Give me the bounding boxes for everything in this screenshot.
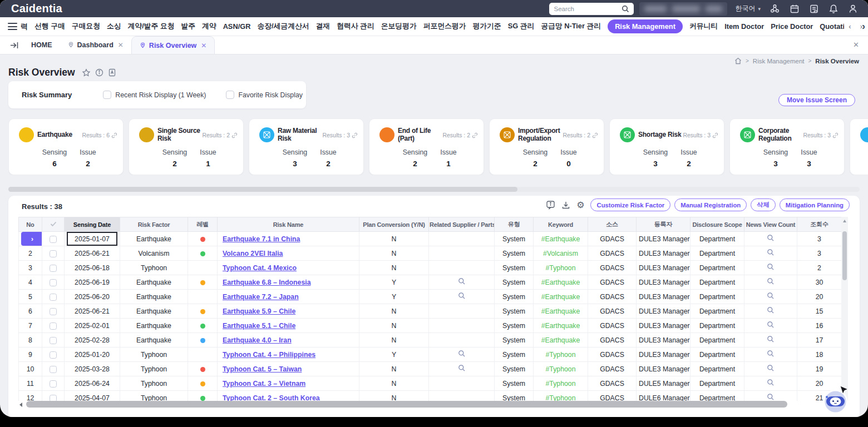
risk-name-link[interactable]: Earthquake 5.1 – Chile: [223, 322, 295, 330]
tab-home[interactable]: HOME: [23, 36, 60, 54]
column-header-checkbox[interactable]: [42, 217, 65, 232]
column-header-Related Supplier / Parts[interactable]: Related Supplier / Parts: [429, 217, 495, 232]
sensing-date-cell[interactable]: 2025-02-01: [65, 319, 120, 333]
org-network-icon[interactable]: [770, 3, 780, 14]
column-header-Risk Name[interactable]: Risk Name: [218, 217, 359, 232]
column-header-등록자[interactable]: 등록자: [637, 217, 691, 232]
column-header-Sensing Date[interactable]: Sensing Date: [65, 217, 120, 232]
link-icon[interactable]: [712, 132, 718, 138]
sensing-date-cell[interactable]: 2025-06-19: [65, 275, 120, 290]
risk-card-raw-material-risk[interactable]: Raw Material RiskResults : 3Sensing3Issu…: [249, 118, 364, 175]
menu-item-온보딩평가[interactable]: 온보딩평가: [381, 22, 417, 31]
manual-icon[interactable]: [108, 68, 116, 77]
table-vscroll-thumb[interactable]: [842, 231, 847, 280]
favorite-risk-checkbox[interactable]: [226, 91, 234, 99]
menu-item-협력사-관리[interactable]: 협력사 관리: [337, 22, 374, 31]
magnifier-icon[interactable]: [458, 277, 466, 285]
magnifier-icon[interactable]: [458, 364, 466, 372]
selected-row-expand-button[interactable]: ›: [21, 232, 42, 246]
menu-item-sg-관리[interactable]: SG 관리: [508, 22, 535, 31]
grid-settings-gear-icon[interactable]: ⚙: [576, 201, 584, 210]
magnifier-icon[interactable]: [767, 393, 775, 401]
risk-name-link[interactable]: Earthquake 7.1 in China: [223, 235, 300, 243]
link-icon[interactable]: [832, 132, 839, 138]
column-header-조회수[interactable]: 조회수: [797, 217, 842, 232]
link-icon[interactable]: [231, 132, 238, 138]
tab-dashboard[interactable]: Dashboard✕: [60, 36, 131, 54]
sensing-date-cell[interactable]: 2025-06-21: [65, 246, 120, 261]
row-checkbox[interactable]: [50, 308, 57, 315]
risk-name-link[interactable]: Earthquake 4.0 – Iran: [223, 336, 292, 344]
menu-item-결재[interactable]: 결재: [316, 22, 331, 31]
sensing-date-cell[interactable]: 2025-04-07: [65, 391, 120, 401]
home-icon[interactable]: [734, 57, 742, 64]
menu-scroll-right-icon[interactable]: ›: [860, 22, 862, 31]
column-header-Keyword[interactable]: Keyword: [534, 217, 588, 232]
row-checkbox[interactable]: [50, 279, 57, 286]
menu-item-소싱[interactable]: 소싱: [107, 22, 121, 31]
table-vertical-scrollbar[interactable]: [841, 217, 848, 401]
menu-item-퍼포먼스평가[interactable]: 퍼포먼스평가: [423, 22, 466, 31]
magnifier-icon[interactable]: [767, 335, 775, 343]
risk-name-link[interactable]: Typhoon Cat. 3 – Vietnam: [223, 380, 305, 388]
magnifier-icon[interactable]: [767, 350, 775, 358]
table-horizontal-scrollbar[interactable]: [18, 401, 848, 408]
sensing-date-cell[interactable]: 2025-01-20: [65, 347, 120, 362]
magnifier-icon[interactable]: [767, 306, 775, 314]
sensing-date-cell[interactable]: 2025-06-20: [65, 290, 120, 304]
risk-name-link[interactable]: Typhoon Cat. 2 – South Korea: [223, 394, 320, 401]
magnifier-icon[interactable]: [767, 364, 775, 372]
column-header-No[interactable]: No: [19, 217, 42, 232]
row-checkbox[interactable]: [50, 395, 57, 401]
hamburger-menu-icon[interactable]: [8, 23, 17, 30]
row-checkbox[interactable]: [50, 265, 57, 272]
menu-item-공급망-n-tier-관리[interactable]: 공급망 N-Tier 관리: [541, 22, 601, 31]
row-checkbox[interactable]: [50, 322, 57, 330]
menu-item-커뮤니티[interactable]: 커뮤니티: [689, 22, 718, 31]
risk-name-link[interactable]: Volcano 2VEI Italia: [223, 250, 283, 257]
risk-name-link[interactable]: Typhoon Cat. 4 Mexico: [223, 264, 297, 272]
row-checkbox[interactable]: [50, 380, 57, 388]
menu-item-평가기준[interactable]: 평가기준: [472, 22, 501, 31]
row-number[interactable]: ›: [19, 232, 42, 246]
magnifier-icon[interactable]: [458, 350, 466, 358]
risk-name-link[interactable]: Typhoon Cat. 4 – Philippines: [223, 351, 315, 359]
calendar-icon[interactable]: [790, 4, 800, 14]
menu-item-clipped[interactable]: 력: [21, 22, 28, 32]
favorite-star-icon[interactable]: [82, 68, 91, 77]
risk-card-shortage-risk[interactable]: Shortage RiskResults : 3Sensing3Issue2: [609, 118, 724, 175]
link-icon[interactable]: [472, 132, 478, 138]
info-icon[interactable]: [95, 68, 103, 77]
menu-item-송장-세금계산서[interactable]: 송장/세금계산서: [257, 22, 309, 31]
favorite-risk-option[interactable]: Favorite Risk Display: [226, 91, 302, 99]
sensing-date-cell[interactable]: 2025-02-28: [65, 333, 120, 347]
row-checkbox[interactable]: [50, 351, 57, 359]
sensing-date-cell[interactable]: 2025-01-07: [65, 232, 120, 246]
table-hscroll-thumb[interactable]: [26, 401, 787, 408]
collapse-sidebar-icon[interactable]: [4, 36, 23, 54]
tab-close-icon[interactable]: ✕: [118, 41, 124, 49]
row-checkbox[interactable]: [50, 236, 57, 243]
notification-bell-icon[interactable]: [828, 4, 839, 14]
grid-tooltip-icon[interactable]: [546, 200, 555, 210]
column-header-Disclosure Scope[interactable]: Disclosure Scope: [691, 217, 744, 232]
risk-card-import-export-regulation[interactable]: Import/Export RegulationResults : 2Sensi…: [489, 118, 604, 175]
magnifier-icon[interactable]: [767, 277, 775, 285]
risk-card-end-of-life-part-[interactable]: End of Life (Part)Results : 2Sensing2Iss…: [369, 118, 484, 175]
column-header-레벨[interactable]: 레벨: [188, 217, 218, 232]
column-header-Risk Factor[interactable]: Risk Factor: [120, 217, 188, 232]
recent-risk-option[interactable]: Recent Risk Display (1 Week): [103, 91, 206, 99]
tab-close-icon[interactable]: ✕: [201, 42, 206, 49]
risk-card-corporate-regulation[interactable]: Corporate RegulationResults : 3Sensing3I…: [729, 118, 845, 175]
grid-button-삭제[interactable]: 삭제: [751, 198, 776, 211]
cards-scrollbar-thumb[interactable]: [8, 187, 517, 192]
sensing-date-cell[interactable]: 2025-03-28: [65, 362, 120, 376]
row-checkbox[interactable]: [50, 294, 57, 301]
sensing-date-cell[interactable]: 2025-06-21: [65, 304, 120, 319]
risk-card-earthquake[interactable]: EarthquakeResults : 6Sensing6Issue2: [8, 118, 124, 175]
risk-name-link[interactable]: Typhoon Cat. 5 – Taiwan: [223, 365, 302, 373]
link-icon[interactable]: [352, 132, 358, 138]
column-header-유형[interactable]: 유형: [495, 217, 534, 232]
cards-scrollbar[interactable]: [8, 187, 860, 192]
grid-button-manual-registration[interactable]: Manual Registration: [674, 198, 747, 211]
